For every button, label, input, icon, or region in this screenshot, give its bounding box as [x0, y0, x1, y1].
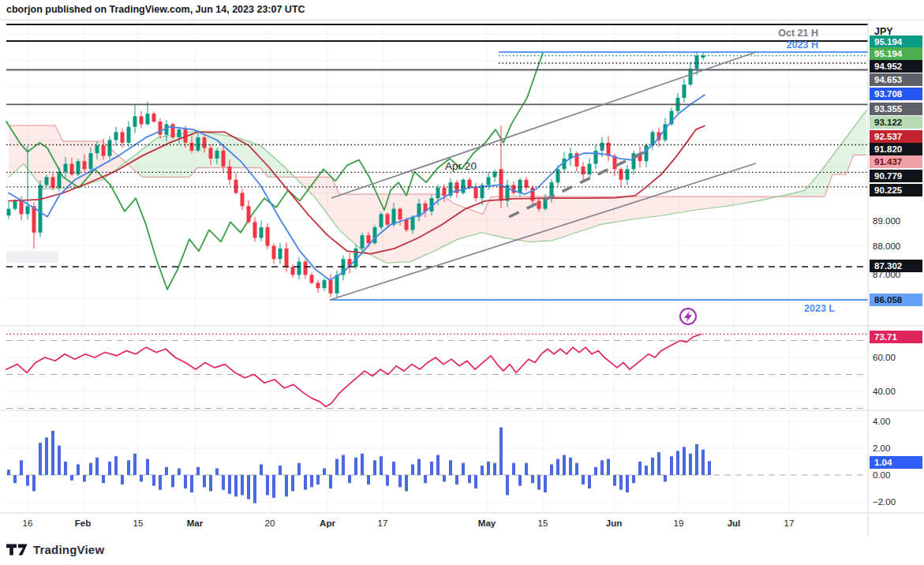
- histogram-bar: [506, 475, 509, 496]
- histogram-bar: [417, 459, 421, 475]
- chart-annotation: Oct 21 H: [778, 28, 818, 39]
- histogram-bar: [499, 428, 503, 475]
- ichimoku-cloud: [201, 132, 204, 168]
- histogram-bar: [449, 460, 452, 475]
- time-axis-label[interactable]: Jul: [728, 518, 741, 528]
- ichimoku-cloud: [517, 196, 520, 240]
- histogram-bar: [291, 475, 294, 491]
- histogram-bar: [279, 466, 282, 475]
- trend-line: [331, 52, 756, 198]
- candle-body: [266, 227, 270, 245]
- time-axis-label[interactable]: Apr: [320, 518, 335, 528]
- histogram-bar: [159, 475, 162, 490]
- candle-body: [380, 214, 383, 227]
- candle-body: [234, 180, 238, 193]
- candle-body: [32, 206, 36, 233]
- ichimoku-cloud: [192, 131, 195, 174]
- tradingview-logo-icon: [6, 543, 28, 556]
- histogram-bar: [537, 475, 541, 490]
- ichimoku-cloud: [504, 196, 507, 238]
- ichimoku-cloud: [463, 207, 466, 238]
- price-chart-canvas[interactable]: Oct 21 H2023 H2023 LApr 20JPY89.00088.00…: [0, 0, 924, 565]
- price-axis-chip-text: 92.537: [874, 132, 902, 141]
- histogram-bar: [171, 475, 174, 487]
- candle-body: [600, 143, 604, 151]
- symbol-watermark: [6, 251, 58, 263]
- candle-body: [436, 188, 440, 198]
- time-axis-label[interactable]: 17: [784, 518, 795, 528]
- histogram-bar: [531, 475, 534, 483]
- candle-body: [51, 177, 55, 187]
- time-axis-label[interactable]: 19: [674, 518, 684, 528]
- histogram-bar: [234, 475, 238, 496]
- time-axis-label[interactable]: 15: [133, 518, 144, 528]
- price-axis-chip-text: 95.194: [874, 37, 903, 47]
- candle-body: [272, 246, 276, 260]
- ichimoku-cloud: [135, 152, 138, 174]
- time-axis-label[interactable]: Mar: [187, 518, 204, 528]
- ichimoku-cloud: [488, 196, 492, 234]
- histogram-bar: [676, 451, 679, 475]
- histogram-bar: [342, 455, 345, 476]
- ichimoku-cloud: [823, 164, 826, 196]
- price-axis-chip-text: 73.71: [874, 332, 897, 342]
- time-axis-label[interactable]: Jun: [606, 518, 622, 528]
- histogram-bar: [102, 475, 105, 483]
- histogram-bar: [436, 455, 440, 476]
- time-axis-label[interactable]: 17: [378, 518, 388, 528]
- histogram-bar: [645, 466, 648, 475]
- candle-body: [196, 137, 200, 151]
- histogram-bar: [468, 475, 471, 483]
- candle-body: [474, 188, 478, 198]
- ichimoku-cloud: [861, 114, 864, 155]
- ichimoku-cloud: [501, 196, 504, 238]
- candle-body: [373, 227, 377, 243]
- histogram-bar: [600, 460, 604, 475]
- ichimoku-cloud: [324, 177, 327, 214]
- tradingview-brand-text: TradingView: [33, 543, 104, 556]
- candle-body: [582, 167, 585, 174]
- ichimoku-cloud: [523, 196, 526, 241]
- candle-body: [209, 148, 213, 159]
- time-axis-label[interactable]: May: [478, 518, 496, 528]
- ichimoku-cloud: [577, 196, 580, 232]
- ichimoku-cloud: [681, 196, 684, 212]
- ichimoku-cloud: [498, 196, 501, 237]
- ichimoku-cloud: [621, 196, 624, 221]
- candle-body: [228, 167, 232, 180]
- candle-body: [241, 193, 245, 207]
- ichimoku-cloud: [327, 177, 331, 218]
- ichimoku-cloud: [353, 194, 356, 245]
- chart-host[interactable]: Oct 21 H2023 H2023 LApr 20JPY89.00088.00…: [0, 0, 924, 565]
- candle-body: [316, 282, 320, 288]
- ichimoku-cloud: [552, 196, 555, 241]
- ichimoku-cloud: [18, 125, 21, 169]
- ichimoku-cloud: [520, 196, 523, 241]
- ichimoku-cloud: [233, 137, 236, 167]
- candle-body: [335, 275, 339, 293]
- histogram-bar: [241, 475, 244, 496]
- ichimoku-cloud: [555, 196, 558, 240]
- price-axis-tick: 88.000: [873, 241, 900, 251]
- price-axis-tick: 89.000: [873, 216, 900, 226]
- time-axis-label[interactable]: 20: [265, 518, 275, 528]
- ichimoku-cloud: [350, 194, 353, 241]
- time-axis-label[interactable]: 15: [538, 518, 548, 528]
- candle-body: [626, 169, 630, 179]
- histogram-bar: [310, 475, 313, 487]
- price-axis-chip-text: 94.653: [874, 75, 902, 84]
- histogram-bar: [632, 475, 635, 483]
- candle-body: [140, 116, 144, 124]
- ichimoku-cloud: [722, 196, 725, 207]
- time-axis-label[interactable]: 16: [23, 518, 33, 528]
- candle-body: [411, 217, 415, 230]
- time-axis-label[interactable]: Feb: [75, 518, 91, 528]
- histogram-bar: [114, 456, 118, 475]
- candle-body: [323, 280, 327, 288]
- ichimoku-cloud: [855, 122, 858, 155]
- price-axis-tick: 2.00: [873, 443, 890, 453]
- histogram-bar: [518, 475, 522, 486]
- tradingview-footer[interactable]: TradingView: [6, 543, 104, 556]
- ichimoku-cloud: [634, 196, 637, 219]
- histogram-bar: [297, 463, 301, 475]
